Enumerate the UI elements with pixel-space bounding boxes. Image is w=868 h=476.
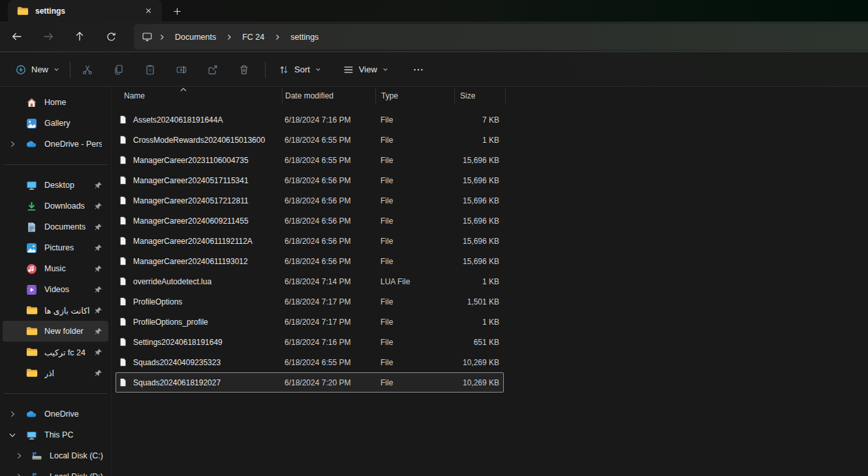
address-bar[interactable]: Documents FC 24 settings (134, 24, 868, 50)
sidebar-item--[interactable]: اکانت بازی ها (3, 300, 108, 321)
sidebar-item-local-disk-d-[interactable]: Local Disk (D:) (3, 466, 108, 476)
file-name-cell: overrideAutodetect.lua (116, 276, 283, 286)
file-type-cell: File (376, 378, 455, 387)
column-headers: Name Date modified Type Size (116, 87, 506, 105)
file-size-cell: 1 KB (455, 277, 499, 286)
table-row[interactable]: CrossModeRewards202406150136006/18/2024 … (116, 130, 504, 150)
sidebar-item-desktop[interactable]: Desktop (3, 175, 108, 196)
table-row[interactable]: ManagerCareer202406111930126/18/2024 6:5… (116, 251, 504, 271)
tab-close-icon[interactable] (141, 4, 155, 18)
rename-icon (176, 64, 187, 76)
table-row[interactable]: ManagerCareer202405172128116/18/2024 6:5… (116, 190, 504, 211)
delete-button[interactable] (231, 59, 257, 81)
breadcrumb-fc24[interactable]: FC 24 (238, 30, 268, 44)
tab-settings[interactable]: settings (8, 0, 162, 22)
chevron-right-icon[interactable] (8, 140, 17, 149)
chevron-right-icon[interactable] (8, 409, 17, 419)
cut-icon (82, 64, 93, 76)
sidebar-item-pictures[interactable]: Pictures (3, 237, 108, 258)
table-row[interactable]: Assets20240618191644A6/18/2024 7:16 PMFi… (116, 110, 504, 130)
table-row[interactable]: ManagerCareer20240611192112A6/18/2024 6:… (116, 231, 504, 251)
sidebar-item-music[interactable]: Music (3, 258, 108, 279)
sort-arrows-icon (278, 64, 290, 76)
new-tab-button[interactable] (168, 3, 185, 19)
column-header-name[interactable]: Name (116, 88, 283, 104)
up-arrow-icon (74, 31, 85, 42)
table-row[interactable]: ManagerCareer202406092114556/18/2024 6:5… (116, 211, 504, 231)
table-row[interactable]: Settings202406181916496/18/2024 7:16 PMF… (116, 332, 504, 352)
copy-button[interactable] (106, 59, 132, 81)
disk-icon (31, 451, 42, 462)
share-button[interactable] (200, 59, 226, 81)
more-options-button[interactable] (405, 59, 431, 81)
file-icon (119, 357, 127, 367)
file-name: Squads20240409235323 (133, 358, 221, 367)
breadcrumb-settings[interactable]: settings (287, 30, 322, 44)
file-icon (119, 297, 127, 306)
sidebar-item--[interactable]: اذر (3, 363, 108, 383)
sidebar-item--fc-24[interactable]: ترکیب fc 24 (3, 342, 108, 363)
breadcrumb-documents[interactable]: Documents (171, 30, 220, 44)
file-type-cell: File (376, 176, 455, 185)
sidebar-item-documents[interactable]: Documents (3, 216, 108, 237)
file-type-cell: LUA File (376, 277, 455, 286)
plus-circle-icon (15, 64, 27, 76)
file-type-cell: File (376, 156, 455, 165)
table-row[interactable]: Squads202404092353236/18/2024 6:55 PMFil… (116, 352, 504, 372)
file-type-cell: File (376, 237, 455, 246)
onedrive-icon (26, 409, 37, 420)
file-name: ManagerCareer20240609211455 (133, 216, 249, 226)
table-row[interactable]: ManagerCareer202311060047356/18/2024 6:5… (116, 150, 504, 170)
file-type-cell: File (376, 136, 455, 145)
file-list-pane: Name Date modified Type Size Assets20240… (112, 87, 868, 476)
forward-button[interactable] (38, 27, 59, 46)
sort-ascending-icon (179, 87, 187, 92)
view-button[interactable]: View (337, 59, 395, 81)
sidebar-item-this-pc[interactable]: This PC (3, 424, 108, 445)
column-header-type[interactable]: Type (376, 88, 455, 104)
sidebar-item-label: Desktop (44, 181, 74, 190)
up-button[interactable] (69, 27, 90, 46)
file-date-cell: 6/18/2024 7:20 PM (283, 378, 376, 387)
chevron-down-icon[interactable] (8, 430, 17, 439)
column-header-size[interactable]: Size (455, 88, 506, 104)
rename-button[interactable] (168, 59, 194, 81)
gallery-icon (26, 118, 37, 129)
sidebar-item-gallery[interactable]: Gallery (3, 113, 108, 134)
sidebar-item-onedrive[interactable]: OneDrive (3, 404, 108, 424)
file-icon (119, 236, 127, 246)
table-row[interactable]: overrideAutodetect.lua6/18/2024 7:14 PML… (116, 271, 504, 291)
delete-icon (238, 64, 250, 76)
back-button[interactable] (7, 27, 27, 46)
desktop-icon (26, 180, 37, 191)
chevron-right-icon[interactable] (14, 451, 23, 460)
sort-button[interactable]: Sort (272, 59, 328, 81)
copy-icon (113, 64, 125, 76)
table-row[interactable]: ProfileOptions6/18/2024 7:17 PMFile1,501… (116, 291, 504, 312)
disk-icon (31, 471, 42, 476)
sidebar-item-local-disk-c-[interactable]: Local Disk (C:) (3, 445, 108, 466)
file-date-cell: 6/18/2024 6:56 PM (283, 176, 376, 185)
sidebar-item-home[interactable]: Home (3, 92, 108, 113)
file-icon (119, 317, 127, 327)
file-icon (119, 155, 127, 165)
refresh-button[interactable] (101, 27, 121, 46)
cut-button[interactable] (74, 59, 101, 81)
sidebar-item-onedrive-persona[interactable]: OneDrive - Persona (3, 134, 108, 155)
file-name: ManagerCareer20240517212811 (133, 196, 249, 205)
column-header-date-modified[interactable]: Date modified (283, 88, 376, 104)
table-row[interactable]: ManagerCareer202405171153416/18/2024 6:5… (116, 170, 504, 190)
toolbar-separator (70, 61, 70, 78)
sidebar-item-videos[interactable]: Videos (3, 279, 108, 300)
file-size-cell: 15,696 KB (455, 156, 499, 165)
folder-icon (26, 326, 37, 337)
sidebar-item-new-folder[interactable]: New folder (3, 321, 108, 342)
new-button[interactable]: New (9, 59, 66, 81)
table-row[interactable]: ProfileOptions_profile6/18/2024 7:17 PMF… (116, 312, 504, 332)
paste-button[interactable] (137, 59, 163, 81)
sidebar-item-downloads[interactable]: Downloads (3, 196, 108, 216)
file-size-cell: 1 KB (455, 136, 499, 145)
chevron-right-icon[interactable] (14, 472, 23, 476)
file-name: ProfileOptions_profile (133, 318, 208, 327)
table-row[interactable]: Squads202406181920276/18/2024 7:20 PMFil… (116, 372, 504, 393)
